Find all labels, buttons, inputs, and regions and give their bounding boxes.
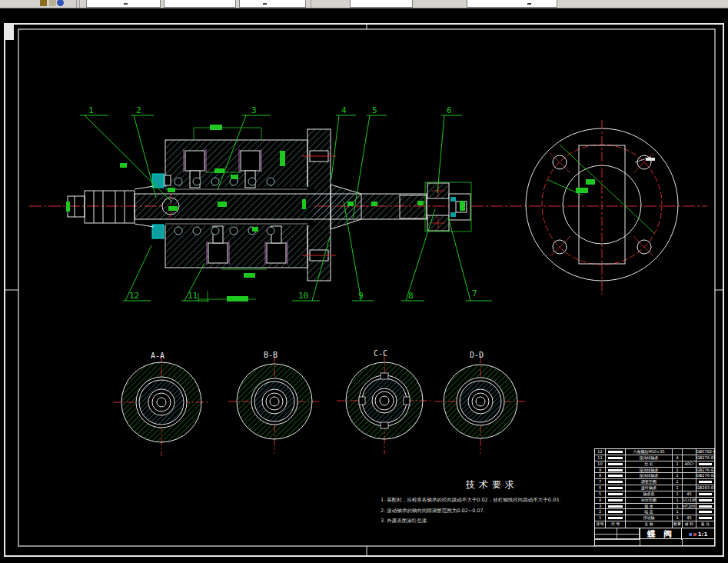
illegible-text-bar <box>608 511 623 513</box>
illegible-text-bar <box>608 463 623 465</box>
parts-cell: 深沟球轴承 <box>625 455 672 461</box>
title-block: 12六角螺栓M10×35GB5782-8611深沟球轴承4GB276-8210丝… <box>594 448 715 546</box>
parts-list-row: 12六角螺栓M10×35GB5782-86 <box>595 449 714 455</box>
parts-cell <box>605 515 625 521</box>
parts-cell: 5 <box>595 491 605 497</box>
parts-list: 12六角螺栓M10×35GB5782-8611深沟球轴承4GB276-8210丝… <box>594 448 715 528</box>
parts-cell: 45 <box>682 515 696 521</box>
gland-seal-bottom <box>152 225 164 238</box>
parts-cell: 滚针轴承 <box>625 485 672 491</box>
parts-header-cell: 数量 <box>672 521 682 528</box>
parts-cell: 6 <box>595 485 605 491</box>
parts-cell: 2 <box>595 509 605 515</box>
parts-cell: GB276-82 <box>696 473 714 478</box>
parts-cell: 1 <box>672 498 682 503</box>
flange-end-view <box>526 120 678 295</box>
parts-cell: 1 <box>672 479 682 485</box>
parts-cell <box>682 473 696 478</box>
leader-label-11: 11 <box>188 291 198 301</box>
parts-cell <box>696 515 714 521</box>
leader-label-8: 8 <box>408 291 414 301</box>
parts-list-row: 10丝 杠140Cr <box>595 461 714 468</box>
section-views: A-A B-B <box>113 349 527 456</box>
parts-cell: 1 <box>672 515 682 521</box>
tech-requirement-item: 1. 装配时，应检查各轴承的径向跳动不大于0.02，丝杠轴线径向跳动不大于0.0… <box>381 495 603 506</box>
parts-cell: 1 <box>595 515 605 521</box>
parts-cell <box>682 449 696 455</box>
parts-cell <box>696 479 714 485</box>
parts-cell: GB276-82 <box>696 455 714 461</box>
leader-label-2: 2 <box>136 105 141 115</box>
tech-requirement-item: 2. 滚动轴承的轴向间隙调整范围为0.02~0.07. <box>381 506 603 517</box>
section-B-B: B-B <box>228 351 321 454</box>
parts-cell: 六角螺栓M10×35 <box>625 449 672 455</box>
parts-list-row: 2端 盖1 <box>595 509 714 515</box>
parts-cell: 密封垫圈 <box>625 498 672 503</box>
parts-cell: 4 <box>672 455 682 461</box>
illegible-text-bar <box>699 481 713 483</box>
illegible-text-bar <box>608 517 623 519</box>
parts-list-row: 6滚针轴承1GB283-83 <box>595 485 714 491</box>
parts-cell: 丝 杠 <box>625 461 672 467</box>
parts-list-row: 1传动轴145 <box>595 515 714 521</box>
parts-list-row: 7调整垫圈1 <box>595 479 714 485</box>
parts-cell: 1 <box>672 509 682 515</box>
section-label-DD: D-D <box>470 351 484 359</box>
parts-cell <box>605 449 625 455</box>
parts-cell <box>605 485 625 491</box>
leader-label-6: 6 <box>447 105 452 115</box>
leader-label-7: 7 <box>472 288 477 298</box>
parts-cell: 1 <box>672 491 682 497</box>
parts-header-cell: 序号 <box>595 521 605 528</box>
parts-cell <box>605 504 625 509</box>
section-C-C: C-C <box>337 349 432 455</box>
parts-cell <box>696 491 714 497</box>
illegible-text-bar <box>699 493 713 495</box>
illegible-text-bar <box>699 463 713 465</box>
parts-list-row: 5轴承座145 <box>595 491 714 498</box>
section-label-CC: C-C <box>374 349 387 358</box>
parts-list-row: 9深沟球轴承1GB276-82 <box>595 468 714 474</box>
parts-cell: 8 <box>595 473 605 478</box>
stamp-mark-blue <box>689 533 692 536</box>
parts-cell: 箱 体 <box>625 504 672 509</box>
parts-cell: 1 <box>672 485 682 491</box>
leader-label-9: 9 <box>358 291 364 301</box>
parts-cell <box>605 473 625 478</box>
gland-seal-top <box>152 174 164 188</box>
parts-cell: 7 <box>595 479 605 485</box>
leader-label-4: 4 <box>341 105 347 115</box>
parts-cell: 3 <box>595 504 605 509</box>
parts-cell: 40Cr <box>682 461 696 467</box>
parts-cell: GB283-83 <box>696 485 714 491</box>
illegible-text-bar <box>608 457 623 459</box>
parts-cell: 传动轴 <box>625 515 672 521</box>
parts-cell <box>696 504 714 509</box>
illegible-text-bar <box>608 493 623 495</box>
parts-cell: 轴承座 <box>625 491 672 497</box>
parts-cell: 1 <box>672 461 682 467</box>
parts-cell <box>682 485 696 491</box>
parts-cell <box>696 509 714 515</box>
parts-cell <box>696 461 714 467</box>
tech-requirement-item: 3. 外露表面涂红色漆. <box>381 516 603 527</box>
parts-cell <box>605 491 625 497</box>
parts-cell: 深沟球轴承 <box>625 473 672 478</box>
parts-list-row: 11深沟球轴承4GB276-82 <box>595 455 714 461</box>
scale-value: 1:1 <box>698 531 708 538</box>
parts-cell <box>605 455 625 461</box>
illegible-text-bar <box>608 481 623 483</box>
parts-cell <box>605 468 625 473</box>
section-A-A: A-A <box>113 351 210 456</box>
parts-cell: 9 <box>595 468 605 473</box>
parts-header-cell: 材 料 <box>682 521 696 528</box>
leader-label-1: 1 <box>88 105 94 115</box>
illegible-text-bar <box>608 451 623 453</box>
parts-cell: 1 <box>672 473 682 478</box>
illegible-text-bar <box>699 511 713 513</box>
title-block-footer <box>594 538 715 546</box>
parts-cell <box>605 509 625 515</box>
section-label-AA: A-A <box>151 351 165 360</box>
leader-label-12: 12 <box>129 291 139 301</box>
stamp-mark-red <box>693 533 696 536</box>
